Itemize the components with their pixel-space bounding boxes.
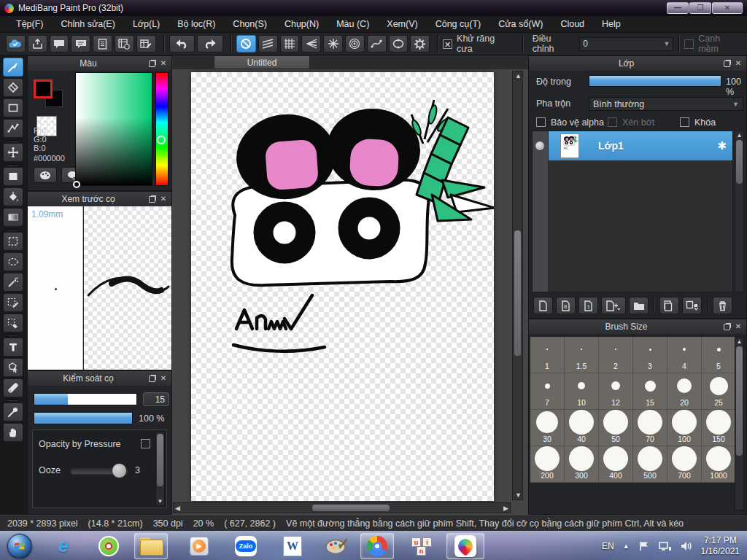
merge-layer-button[interactable] (682, 297, 702, 314)
taskbar-paint[interactable] (320, 533, 353, 559)
text-tool[interactable] (3, 338, 23, 357)
adjust-dropdown[interactable]: 0 ▼ (579, 37, 673, 51)
ooze-knob[interactable] (112, 463, 127, 478)
brush-size-cell[interactable]: 700 (667, 446, 702, 483)
snap-radial-button[interactable] (323, 35, 343, 52)
volume-icon[interactable] (681, 541, 692, 551)
control-point-tool[interactable] (3, 119, 23, 138)
brush-size-cell[interactable]: 5 (702, 337, 736, 373)
palette-button[interactable] (34, 167, 57, 183)
material-panel-button[interactable] (115, 35, 134, 52)
brush-size-cell[interactable]: 15 (633, 373, 667, 410)
brush-size-cell[interactable]: 2 (599, 337, 633, 373)
canvas-horizontal-scrollbar[interactable]: ◀ ▶ (173, 502, 511, 513)
hue-selector[interactable] (157, 136, 166, 144)
snap-off-button[interactable] (236, 35, 256, 52)
brush-size-cell[interactable]: 1000 (702, 446, 736, 483)
snap-curve-button[interactable] (367, 35, 387, 52)
snap-grid-button[interactable] (280, 35, 300, 52)
edit-grid-button[interactable] (136, 35, 156, 52)
popout-icon[interactable] (149, 376, 155, 382)
eyedropper-tool[interactable] (3, 402, 23, 421)
taskbar-internet-explorer[interactable]: e (47, 533, 80, 559)
chat-button[interactable] (71, 35, 90, 52)
brush-size-cell[interactable]: 200 (530, 446, 565, 483)
taskbar-explorer[interactable] (134, 533, 168, 559)
brush-size-cell[interactable]: 400 (599, 446, 633, 483)
new-8bit-layer-button[interactable]: 8 (556, 297, 576, 314)
menu-item[interactable]: Cloud (551, 17, 593, 31)
scroll-down-icon[interactable]: ▼ (515, 491, 522, 499)
popout-icon[interactable] (724, 61, 730, 67)
action-center-flag-icon[interactable] (638, 541, 650, 551)
network-icon[interactable] (659, 541, 672, 551)
taskbar-unikey[interactable]: uin (406, 533, 439, 559)
layer-opacity-slider[interactable] (589, 75, 721, 87)
canvas[interactable] (191, 72, 494, 501)
bucket-tool[interactable] (3, 187, 23, 206)
select-pen-tool[interactable] (3, 293, 23, 312)
options-scrollbar[interactable]: ▼ (155, 432, 165, 506)
brush-size-cell[interactable]: 1 (530, 337, 565, 373)
scroll-right-icon[interactable]: ▶ (503, 505, 508, 512)
cloud-sync-button[interactable] (6, 35, 26, 52)
restore-button[interactable]: ❐ (689, 2, 711, 14)
document-button[interactable] (93, 35, 112, 52)
saturation-value-picker[interactable] (75, 72, 152, 186)
new-folder-button[interactable] (629, 297, 649, 314)
brush-size-cell[interactable]: 300 (565, 446, 599, 483)
menu-item[interactable]: Xem(V) (378, 17, 426, 31)
brush-size-cell[interactable]: 4 (667, 337, 702, 373)
menu-item[interactable]: Chụp(N) (276, 17, 328, 31)
move-tool[interactable] (3, 143, 23, 162)
divide-tool[interactable] (3, 378, 23, 397)
close-icon[interactable]: ✕ (734, 322, 743, 331)
add-layer-menu-button[interactable] (601, 297, 626, 314)
brush-size-cell[interactable]: 1.5 (565, 337, 599, 373)
clipping-checkbox[interactable] (608, 117, 617, 127)
brush-size-cell[interactable]: 3 (633, 337, 667, 373)
brush-size-cell[interactable]: 100 (667, 410, 702, 446)
brush-size-cell[interactable]: 500 (633, 446, 667, 483)
select-tool[interactable] (3, 232, 23, 251)
close-icon[interactable]: ✕ (159, 374, 168, 383)
menu-item[interactable]: Cửa sổ(W) (489, 17, 551, 31)
layer-row[interactable]: Lớp1 ✱ (549, 131, 732, 160)
lasso-tool[interactable] (3, 252, 23, 271)
close-icon[interactable]: ✕ (159, 195, 168, 203)
antialias-checkbox[interactable]: ✕ (443, 39, 452, 49)
fill-shape-tool[interactable] (3, 167, 23, 186)
menu-item[interactable]: Chọn(S) (224, 17, 276, 31)
popout-icon[interactable] (149, 196, 155, 203)
brush-size-cell[interactable]: 12 (599, 373, 633, 410)
close-button[interactable]: ✕ (712, 2, 743, 14)
magic-wand-tool[interactable] (3, 273, 23, 292)
brush-size-slider[interactable] (34, 393, 137, 405)
language-indicator[interactable]: EN (602, 541, 614, 551)
popout-icon[interactable] (149, 61, 155, 67)
taskbar-chrome[interactable] (360, 533, 394, 559)
sv-selector[interactable] (73, 181, 80, 188)
brush-size-cell[interactable]: 70 (633, 410, 667, 446)
minimize-button[interactable]: — (667, 2, 689, 14)
horizontal-scroll-thumb[interactable] (312, 505, 390, 511)
operation-tool[interactable] (3, 358, 23, 377)
new-1bit-layer-button[interactable]: 1 (578, 297, 598, 314)
menu-item[interactable]: Chỉnh sửa(E) (53, 17, 124, 31)
brush-size-cell[interactable]: 30 (530, 410, 565, 446)
foreground-color-swatch[interactable] (34, 79, 53, 98)
scroll-up-icon[interactable]: ▲ (735, 132, 743, 139)
publish-button[interactable] (28, 35, 47, 52)
taskbar-word[interactable]: W (276, 533, 309, 559)
hue-bar[interactable] (155, 72, 169, 186)
close-icon[interactable]: ✕ (734, 59, 743, 68)
brush-size-scrollbar[interactable]: ▲ (735, 337, 744, 510)
pressure-checkbox[interactable] (141, 439, 150, 448)
shape-brush-tool[interactable] (3, 98, 23, 117)
taskbar-clock[interactable]: 7:17 PM 1/16/2021 (701, 535, 740, 557)
scroll-left-icon[interactable]: ◀ (175, 505, 180, 512)
taskbar-zalo[interactable]: Zalo (229, 533, 263, 559)
start-button[interactable] (3, 533, 36, 559)
ooze-slider[interactable] (71, 468, 128, 474)
snap-concentric-button[interactable] (345, 35, 365, 52)
